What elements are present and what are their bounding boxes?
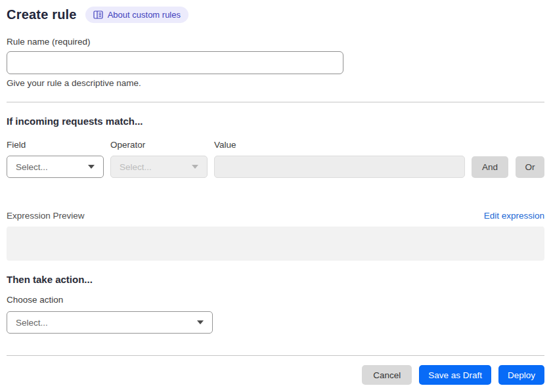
match-controls-row: Field Select... Operator Select... Value… — [7, 140, 544, 178]
operator-select[interactable]: Select... — [110, 156, 208, 178]
footer-divider — [7, 355, 544, 356]
action-section-heading: Then take action... — [7, 274, 544, 285]
about-custom-rules-label: About custom rules — [108, 10, 181, 20]
page-title: Create rule — [7, 7, 77, 22]
rule-name-label: Rule name (required) — [7, 37, 544, 47]
field-column: Field Select... — [7, 140, 104, 178]
value-input[interactable] — [214, 156, 465, 178]
rule-name-input[interactable] — [7, 51, 343, 74]
and-button[interactable]: And — [472, 156, 508, 178]
book-icon — [93, 11, 103, 19]
choose-action-label: Choose action — [7, 295, 544, 305]
edit-expression-link[interactable]: Edit expression — [484, 211, 544, 221]
footer-actions: Cancel Save as Draft Deploy — [7, 365, 544, 385]
header: Create rule About custom rules — [7, 7, 544, 23]
expression-preview-box — [7, 227, 544, 261]
operator-label: Operator — [110, 140, 208, 150]
value-label: Value — [214, 140, 465, 150]
deploy-button[interactable]: Deploy — [498, 365, 544, 385]
value-column: Value — [214, 140, 465, 178]
or-button[interactable]: Or — [516, 156, 544, 178]
save-as-draft-button[interactable]: Save as Draft — [419, 365, 491, 385]
section-divider — [7, 102, 544, 102]
cancel-button[interactable]: Cancel — [362, 365, 412, 385]
chevron-down-icon — [197, 320, 204, 324]
expression-preview-label: Expression Preview — [7, 211, 85, 221]
field-select-value: Select... — [16, 162, 48, 172]
operator-select-value: Select... — [120, 162, 152, 172]
field-select[interactable]: Select... — [7, 156, 104, 178]
chevron-down-icon — [88, 165, 95, 169]
about-custom-rules-badge[interactable]: About custom rules — [85, 7, 188, 23]
match-section-heading: If incoming requests match... — [7, 116, 544, 127]
create-rule-form: Create rule About custom rules Rule name… — [0, 0, 551, 385]
choose-action-select[interactable]: Select... — [7, 311, 213, 334]
choose-action-select-value: Select... — [16, 318, 48, 328]
operator-column: Operator Select... — [110, 140, 208, 178]
expression-preview-row: Expression Preview Edit expression — [7, 211, 544, 221]
field-label: Field — [7, 140, 104, 150]
rule-name-helper: Give your rule a descriptive name. — [7, 78, 544, 88]
chevron-down-icon — [192, 165, 198, 169]
